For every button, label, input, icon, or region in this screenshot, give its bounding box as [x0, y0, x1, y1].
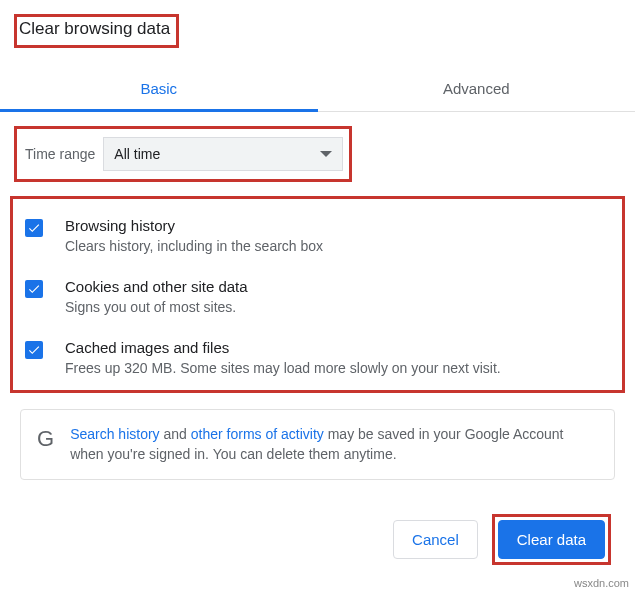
check-icon [27, 343, 41, 357]
clear-data-button[interactable]: Clear data [498, 520, 605, 559]
options-highlight: Browsing history Clears history, includi… [10, 196, 625, 393]
check-icon [27, 282, 41, 296]
tab-bar: Basic Advanced [0, 66, 635, 112]
dialog-title: Clear browsing data [19, 19, 170, 39]
title-highlight: Clear browsing data [14, 14, 179, 48]
option-text: Cached images and files Frees up 320 MB.… [65, 339, 501, 376]
option-desc: Clears history, including in the search … [65, 238, 323, 254]
checkbox-browsing-history[interactable] [25, 219, 43, 237]
option-text: Browsing history Clears history, includi… [65, 217, 323, 254]
checkbox-cached[interactable] [25, 341, 43, 359]
time-range-label: Time range [23, 146, 103, 162]
time-range-highlight: Time range All time [14, 126, 352, 182]
clear-data-label: Clear data [517, 531, 586, 548]
dropdown-icon [320, 151, 332, 157]
dialog-buttons: Cancel Clear data [393, 514, 611, 565]
google-info-box: G Search history and other forms of acti… [20, 409, 615, 480]
check-icon [27, 221, 41, 235]
time-range-select[interactable]: All time [103, 137, 343, 171]
option-title: Cookies and other site data [65, 278, 248, 295]
option-title: Browsing history [65, 217, 323, 234]
time-range-row: Time range All time [17, 129, 349, 179]
option-desc: Signs you out of most sites. [65, 299, 248, 315]
option-browsing-history: Browsing history Clears history, includi… [23, 207, 612, 268]
tab-basic-label: Basic [140, 80, 177, 97]
tab-basic[interactable]: Basic [0, 66, 318, 111]
time-range-value: All time [114, 146, 160, 162]
checkbox-cookies[interactable] [25, 280, 43, 298]
link-other-activity[interactable]: other forms of activity [191, 426, 324, 442]
clear-data-highlight: Clear data [492, 514, 611, 565]
watermark: wsxdn.com [574, 577, 629, 589]
option-desc: Frees up 320 MB. Some sites may load mor… [65, 360, 501, 376]
option-cached: Cached images and files Frees up 320 MB.… [23, 329, 612, 380]
option-text: Cookies and other site data Signs you ou… [65, 278, 248, 315]
info-text: Search history and other forms of activi… [70, 424, 598, 465]
cancel-label: Cancel [412, 531, 459, 548]
link-search-history[interactable]: Search history [70, 426, 159, 442]
cancel-button[interactable]: Cancel [393, 520, 478, 559]
info-mid1: and [160, 426, 191, 442]
tab-advanced-label: Advanced [443, 80, 510, 97]
option-cookies: Cookies and other site data Signs you ou… [23, 268, 612, 329]
tab-advanced[interactable]: Advanced [318, 66, 636, 111]
clear-browsing-dialog: Clear browsing data Basic Advanced Time … [0, 0, 635, 480]
option-title: Cached images and files [65, 339, 501, 356]
google-logo-icon: G [37, 428, 54, 450]
